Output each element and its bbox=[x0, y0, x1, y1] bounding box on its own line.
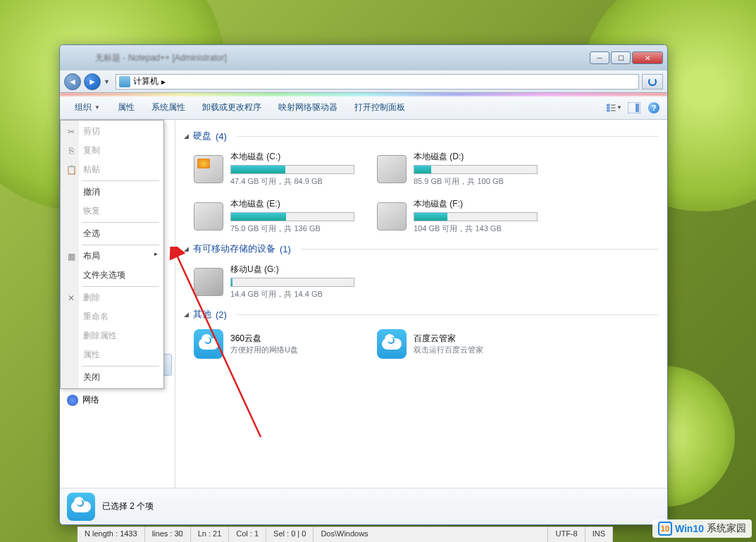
group-count: (4) bbox=[216, 131, 227, 142]
sidebar-network[interactable]: 网络 bbox=[60, 390, 175, 410]
drive-stats: 85.9 GB 可用，共 100 GB bbox=[414, 176, 538, 187]
group-label: 其他 bbox=[193, 308, 211, 321]
group-label: 硬盘 bbox=[193, 130, 211, 142]
address-bar[interactable]: 计算机 ▸ bbox=[116, 74, 639, 90]
other-name: 百度云管家 bbox=[414, 333, 483, 345]
group-count: (2) bbox=[216, 309, 227, 320]
drive-stats: 75.0 GB 可用，共 136 GB bbox=[230, 223, 354, 234]
ext-col: Col : 1 bbox=[229, 527, 266, 542]
drive-name: 移动U盘 (G:) bbox=[230, 264, 354, 276]
drive-item[interactable]: 本地磁盘 (C:) 47.4 GB 可用，共 84.9 GB bbox=[190, 147, 359, 191]
computer-icon bbox=[119, 76, 130, 87]
menu-rename: 重命名 bbox=[62, 307, 162, 326]
other-grid: 360云盘 方便好用的网络U盘 百度云管家 双击运行百度云管家 bbox=[184, 325, 659, 363]
other-info: 360云盘 方便好用的网络U盘 bbox=[230, 333, 298, 355]
status-bar: 已选择 2 个项 bbox=[60, 488, 667, 524]
menu-close[interactable]: 关闭 bbox=[62, 368, 162, 387]
drive-item[interactable]: 本地磁盘 (E:) 75.0 GB 可用，共 136 GB bbox=[190, 194, 359, 238]
decorative-strip bbox=[60, 93, 667, 96]
menu-undo[interactable]: 撤消 bbox=[62, 183, 162, 202]
group-count: (1) bbox=[280, 244, 291, 254]
drive-info: 本地磁盘 (C:) 47.4 GB 可用，共 84.9 GB bbox=[230, 151, 354, 187]
group-hard-drives[interactable]: ◢ 硬盘 (4) bbox=[184, 125, 659, 147]
nav-bar: ◄ ► ▼ 计算机 ▸ bbox=[60, 70, 667, 93]
drive-item[interactable]: 本地磁盘 (D:) 85.9 GB 可用，共 100 GB bbox=[373, 147, 542, 191]
status-icon bbox=[67, 493, 95, 521]
menu-layout[interactable]: ▦布局▸ bbox=[62, 247, 162, 266]
layout-icon: ▦ bbox=[66, 251, 77, 262]
forward-button[interactable]: ► bbox=[84, 73, 101, 90]
main-pane: ◢ 硬盘 (4) 本地磁盘 (C:) 47.4 GB 可用，共 84.9 GB … bbox=[175, 120, 667, 488]
drive-info: 移动U盘 (G:) 14.4 GB 可用，共 14.4 GB bbox=[230, 264, 354, 300]
refresh-icon bbox=[648, 78, 657, 86]
close-button[interactable]: ✕ bbox=[632, 51, 663, 64]
chevron-down-icon: ▼ bbox=[94, 104, 100, 111]
svg-rect-1 bbox=[607, 106, 610, 109]
drive-icon bbox=[377, 202, 407, 230]
menu-delete: ✕删除 bbox=[62, 288, 162, 307]
minimize-button[interactable]: ─ bbox=[590, 51, 609, 64]
other-item[interactable]: 百度云管家 双击运行百度云管家 bbox=[373, 325, 542, 363]
other-info: 百度云管家 双击运行百度云管家 bbox=[414, 333, 483, 355]
collapse-icon: ◢ bbox=[184, 245, 189, 252]
maximize-button[interactable]: ☐ bbox=[611, 51, 631, 64]
drive-stats: 47.4 GB 可用，共 84.9 GB bbox=[230, 176, 354, 187]
help-icon: ? bbox=[648, 102, 659, 113]
other-sub: 双击运行百度云管家 bbox=[414, 345, 483, 355]
svg-rect-3 bbox=[611, 104, 615, 106]
control-panel-button[interactable]: 打开控制面板 bbox=[346, 99, 414, 116]
back-button[interactable]: ◄ bbox=[64, 73, 81, 90]
status-text: 已选择 2 个项 bbox=[102, 500, 154, 512]
delete-icon: ✕ bbox=[66, 292, 77, 304]
menu-folder-options[interactable]: 文件夹选项 bbox=[62, 266, 162, 285]
watermark-icon: 10 bbox=[658, 522, 672, 536]
drive-item[interactable]: 本地磁盘 (F:) 104 GB 可用，共 143 GB bbox=[373, 194, 542, 238]
ext-lines: lines : 30 bbox=[145, 527, 191, 542]
copy-icon: ⎘ bbox=[66, 145, 77, 156]
menu-properties: 属性 bbox=[62, 345, 162, 364]
menu-cut: ✂剪切 bbox=[62, 122, 162, 141]
drive-icon bbox=[194, 268, 223, 296]
history-dropdown[interactable]: ▼ bbox=[104, 78, 110, 85]
organize-dropdown-menu: ✂剪切 ⎘复制 📋粘贴 撤消 恢复 全选 ▦布局▸ 文件夹选项 ✕删除 重命名 … bbox=[60, 120, 164, 389]
drive-usage-bar bbox=[230, 165, 354, 174]
toolbar: 组织▼ 属性 系统属性 卸载或更改程序 映射网络驱动器 打开控制面板 ▼ ? bbox=[60, 96, 667, 120]
drive-stats: 14.4 GB 可用，共 14.4 GB bbox=[230, 289, 354, 300]
chevron-right-icon: ▸ bbox=[154, 250, 158, 257]
ext-enc: UTF-8 bbox=[548, 527, 585, 542]
drive-name: 本地磁盘 (E:) bbox=[230, 198, 354, 210]
map-network-drive-button[interactable]: 映射网络驱动器 bbox=[270, 99, 346, 116]
drive-item[interactable]: 移动U盘 (G:) 14.4 GB 可用，共 14.4 GB bbox=[190, 259, 359, 304]
group-removable[interactable]: ◢ 有可移动存储的设备 (1) bbox=[184, 238, 659, 259]
path-root[interactable]: 计算机 bbox=[133, 75, 159, 87]
preview-pane-button[interactable] bbox=[626, 100, 642, 116]
drive-name: 本地磁盘 (D:) bbox=[414, 151, 538, 163]
view-options-button[interactable]: ▼ bbox=[607, 100, 622, 116]
organize-menu-button[interactable]: 组织▼ bbox=[66, 98, 109, 117]
drive-name: 本地磁盘 (F:) bbox=[414, 198, 538, 210]
svg-rect-2 bbox=[607, 109, 610, 111]
help-button[interactable]: ? bbox=[646, 100, 662, 116]
properties-button[interactable]: 属性 bbox=[109, 99, 143, 116]
network-icon bbox=[67, 395, 78, 406]
system-properties-button[interactable]: 系统属性 bbox=[143, 99, 194, 116]
explorer-window: 无标题 - Notepad++ [Administrator] ─ ☐ ✕ ◄ … bbox=[59, 44, 668, 525]
drive-info: 本地磁盘 (D:) 85.9 GB 可用，共 100 GB bbox=[414, 151, 538, 187]
ext-ln: Ln : 21 bbox=[191, 527, 230, 542]
menu-select-all[interactable]: 全选 bbox=[62, 224, 162, 243]
external-statusbar: N length : 1433 lines : 30 Ln : 21 Col :… bbox=[78, 526, 613, 542]
other-item[interactable]: 360云盘 方便好用的网络U盘 bbox=[190, 325, 359, 363]
clipboard-icon: 📋 bbox=[66, 164, 77, 175]
uninstall-button[interactable]: 卸载或更改程序 bbox=[194, 99, 270, 116]
refresh-button[interactable] bbox=[642, 74, 663, 90]
scissors-icon: ✂ bbox=[66, 126, 77, 137]
drive-icon bbox=[377, 155, 407, 183]
group-other[interactable]: ◢ 其他 (2) bbox=[184, 304, 659, 325]
titlebar: 无标题 - Notepad++ [Administrator] ─ ☐ ✕ bbox=[60, 45, 667, 70]
hard-drives-grid: 本地磁盘 (C:) 47.4 GB 可用，共 84.9 GB 本地磁盘 (D:)… bbox=[184, 147, 659, 238]
menu-paste: 📋粘贴 bbox=[62, 160, 162, 179]
menu-redo: 恢复 bbox=[62, 202, 162, 221]
watermark: 10 Win10系统家园 bbox=[652, 519, 752, 538]
other-name: 360云盘 bbox=[230, 333, 298, 345]
svg-rect-5 bbox=[611, 110, 615, 111]
